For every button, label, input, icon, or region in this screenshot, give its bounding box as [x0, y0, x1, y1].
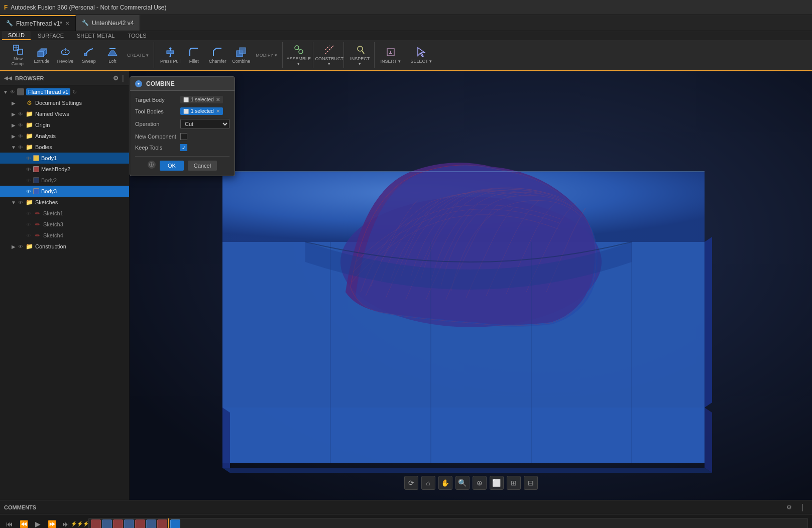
toolbar-tab-tools[interactable]: TOOLS	[122, 32, 152, 40]
toolbar-btn-loft[interactable]: Loft	[101, 42, 124, 68]
sketch4-label[interactable]: Sketch4	[43, 232, 63, 238]
timeline-item-5[interactable]	[135, 519, 145, 529]
timeline-play-btn[interactable]: ▶	[32, 518, 43, 529]
timeline-item-8[interactable]	[170, 519, 180, 529]
tree-item-body1[interactable]: 👁 Body1	[0, 153, 129, 164]
sketch3-label[interactable]: Sketch3	[43, 221, 63, 227]
toolbar-btn-extrude[interactable]: Extrude	[31, 42, 53, 68]
toggle-root[interactable]: ▼	[2, 88, 9, 95]
tree-item-analysis[interactable]: ▶ 👁 📁 Analysis	[0, 130, 129, 142]
eye-analysis[interactable]: 👁	[17, 133, 24, 140]
tree-item-origin[interactable]: ▶ 👁 📁 Origin	[0, 119, 129, 130]
tree-item-sketches[interactable]: ▼ 👁 📁 Sketches	[0, 197, 129, 208]
vp-orbit-icon[interactable]: ⟳	[404, 476, 418, 490]
timeline-item-4[interactable]	[124, 519, 134, 529]
tab-close-flamthread[interactable]: ✕	[65, 21, 69, 26]
toolbar-btn-fillet[interactable]: Fillet	[183, 42, 205, 68]
viewport[interactable]: ● COMBINE Target Body ⬜ 1 selected ✕	[130, 71, 812, 500]
eye-sketches[interactable]: 👁	[17, 199, 24, 206]
tool-bodies-clear[interactable]: ✕	[216, 108, 220, 114]
bodies-label[interactable]: Bodies	[35, 144, 52, 150]
keep-tools-checkbox[interactable]	[180, 144, 187, 151]
eye-bodies[interactable]: 👁	[17, 144, 24, 151]
toolbar-btn-inspect[interactable]: INSPECT ▾	[349, 42, 371, 68]
eye-root[interactable]: 👁	[9, 88, 16, 95]
timeline-step-back-btn[interactable]: ⏪	[18, 518, 29, 529]
eye-construction[interactable]: 👁	[17, 243, 24, 250]
body1-label[interactable]: Body1	[41, 155, 57, 161]
timeline-item-1[interactable]	[91, 519, 101, 529]
eye-body2[interactable]: 👁	[25, 177, 32, 184]
timeline-item-2[interactable]	[102, 519, 112, 529]
vp-pan-icon[interactable]: ✋	[438, 476, 452, 490]
toolbar-btn-revolve[interactable]: Revolve	[54, 42, 76, 68]
eye-sketch1[interactable]: 👁	[25, 210, 32, 217]
tree-item-sketch4[interactable]: 👁 ✏ Sketch4	[0, 230, 129, 241]
toolbar-btn-assemble[interactable]: ASSEMBLE ▾	[288, 42, 310, 68]
timeline-item-6[interactable]	[146, 519, 156, 529]
target-body-badge[interactable]: ⬜ 1 selected ✕	[180, 96, 223, 103]
timeline-settings-icon[interactable]: ⚡⚡⚡	[74, 518, 85, 529]
tree-item-named-views[interactable]: ▶ 👁 📁 Named Views	[0, 108, 129, 119]
toolbar-tab-sheetmetal[interactable]: SHEET METAL	[71, 32, 121, 40]
construction-label[interactable]: Construction	[35, 243, 66, 249]
tree-item-body2[interactable]: 👁 Body2	[0, 175, 129, 186]
tree-item-sketch1[interactable]: 👁 ✏ Sketch1	[0, 208, 129, 219]
tree-item-doc-settings[interactable]: ▶ ⚙ Document Settings	[0, 97, 129, 108]
operation-select[interactable]: Join Cut Intersect	[180, 119, 229, 129]
comments-settings-icon[interactable]: ⚙	[784, 502, 794, 512]
toolbar-btn-construct[interactable]: CONSTRUCT ▾	[318, 42, 340, 68]
tree-item-root[interactable]: ▼ 👁 FlameThread v1 ↻	[0, 86, 129, 97]
vp-home-icon[interactable]: ⌂	[421, 476, 435, 490]
toggle-bodies[interactable]: ▼	[10, 144, 17, 151]
vp-display-icon[interactable]: ⬜	[490, 476, 504, 490]
tab-untenneu[interactable]: 🔧 UntenNeu42 v4	[76, 15, 140, 31]
named-views-label[interactable]: Named Views	[35, 111, 69, 117]
tree-item-sketch3[interactable]: 👁 ✏ Sketch3	[0, 219, 129, 230]
eye-body1[interactable]: 👁	[25, 155, 32, 162]
toolbar-btn-chamfer[interactable]: Chamfer	[206, 42, 228, 68]
eye-origin[interactable]: 👁	[17, 121, 24, 128]
toggle-construction[interactable]: ▶	[10, 243, 17, 250]
toggle-origin[interactable]: ▶	[10, 121, 17, 128]
body3-label[interactable]: Body3	[41, 188, 57, 194]
comments-pin-icon[interactable]: │	[798, 502, 808, 512]
toolbar-btn-insert[interactable]: INSERT ▾	[380, 42, 402, 68]
toolbar-tab-surface[interactable]: SURFACE	[32, 32, 70, 40]
toolbar-btn-press-pull[interactable]: Press Pull	[159, 42, 181, 68]
dialog-ok-button[interactable]: OK	[160, 161, 184, 171]
toolbar-tab-solid[interactable]: SOLID	[2, 31, 31, 40]
toggle-named-views[interactable]: ▶	[10, 110, 17, 117]
timeline-item-3[interactable]	[113, 519, 123, 529]
eye-sketch4[interactable]: 👁	[25, 232, 32, 239]
timeline-prev-btn[interactable]: ⏮	[4, 518, 15, 529]
tree-item-meshbody2[interactable]: 👁 MeshBody2	[0, 164, 129, 175]
dialog-cancel-button[interactable]: Cancel	[188, 161, 217, 171]
toolbar-btn-combine[interactable]: Combine	[230, 42, 252, 68]
root-label[interactable]: FlameThread v1	[26, 88, 70, 95]
tree-item-body3[interactable]: 👁 Body3	[0, 186, 129, 197]
timeline-step-forward-btn[interactable]: ⏩	[46, 518, 57, 529]
analysis-label[interactable]: Analysis	[35, 133, 56, 139]
dialog-info-icon[interactable]: ⓘ	[148, 161, 156, 169]
timeline-item-7[interactable]	[157, 519, 167, 529]
toggle-analysis[interactable]: ▶	[10, 133, 17, 140]
vp-grid-icon[interactable]: ⊞	[507, 476, 521, 490]
doc-settings-label[interactable]: Document Settings	[35, 100, 82, 106]
toolbar-btn-select[interactable]: SELECT ▾	[410, 42, 432, 68]
meshbody2-label[interactable]: MeshBody2	[41, 166, 70, 172]
tree-item-construction[interactable]: ▶ 👁 📁 Construction	[0, 241, 129, 252]
eye-named-views[interactable]: 👁	[17, 110, 24, 117]
new-component-checkbox[interactable]	[180, 133, 187, 140]
target-body-clear[interactable]: ✕	[216, 97, 220, 102]
tab-flamthread[interactable]: 🔧 FlameThread v1* ✕	[0, 15, 76, 31]
browser-collapse-icon[interactable]: ◀◀	[4, 75, 12, 81]
eye-sketch3[interactable]: 👁	[25, 221, 32, 228]
vp-more-icon[interactable]: ⊟	[524, 476, 538, 490]
timeline-next-btn[interactable]: ⏭	[60, 518, 71, 529]
browser-pin-icon[interactable]: │	[122, 75, 126, 82]
eye-meshbody2[interactable]: 👁	[25, 166, 32, 173]
origin-label[interactable]: Origin	[35, 122, 50, 128]
vp-zoom-fit-icon[interactable]: ⊕	[473, 476, 487, 490]
tree-item-bodies[interactable]: ▼ 👁 📁 Bodies	[0, 142, 129, 153]
